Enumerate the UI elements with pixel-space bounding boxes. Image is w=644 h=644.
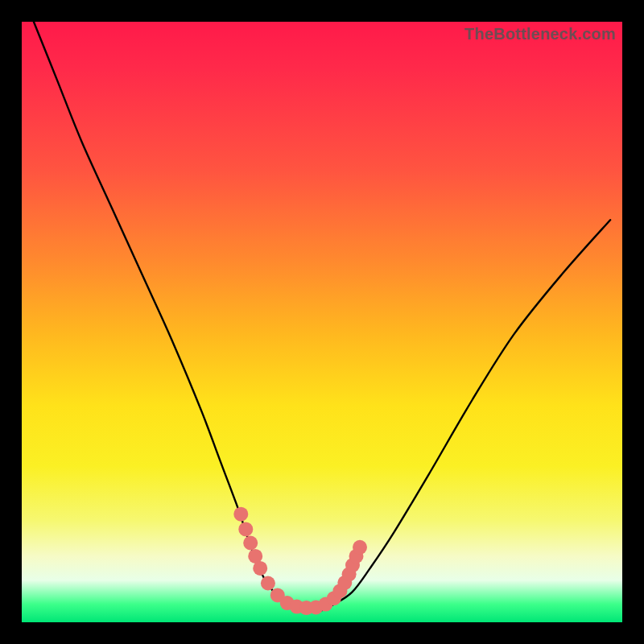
svg-point-1 <box>238 522 253 536</box>
svg-point-18 <box>353 540 367 555</box>
plot-area: TheBottleneck.com <box>22 22 622 622</box>
curve-line <box>34 22 610 611</box>
chart-frame: TheBottleneck.com <box>0 0 644 644</box>
highlight-markers <box>233 507 367 615</box>
svg-point-2 <box>243 536 258 551</box>
svg-point-5 <box>261 576 275 591</box>
svg-point-4 <box>253 561 267 576</box>
svg-point-0 <box>233 507 248 522</box>
chart-svg <box>22 22 622 622</box>
